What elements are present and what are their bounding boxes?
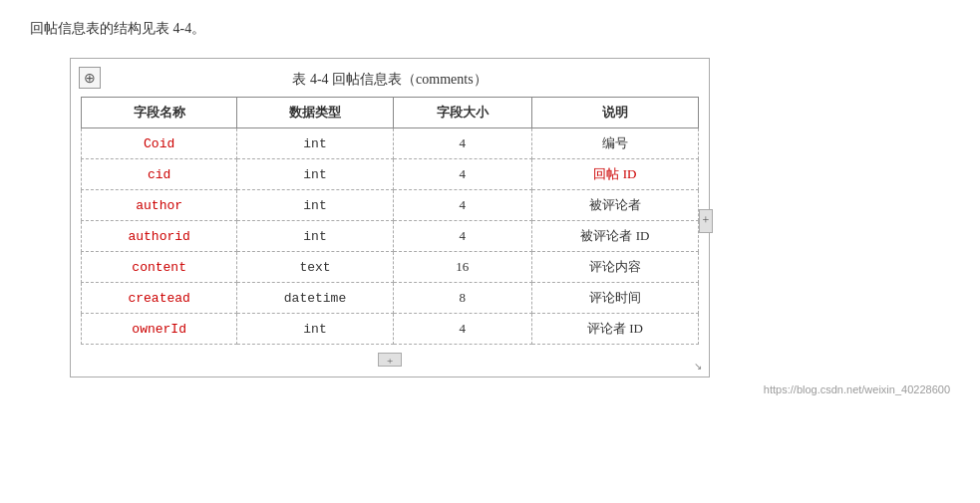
- cell-field-name: createad: [82, 283, 237, 314]
- col-header-size: 字段大小: [393, 98, 531, 128]
- cell-field-type: int: [237, 221, 393, 252]
- cell-field-desc: 被评论者 ID: [531, 221, 698, 252]
- table-row: authorint4被评论者: [82, 190, 699, 221]
- cell-field-name: ownerId: [82, 314, 237, 345]
- cell-field-size: 8: [393, 283, 531, 314]
- resize-icon[interactable]: ↘: [691, 359, 705, 373]
- table-container: ⊕ 表 4-4 回帖信息表（comments） 字段名称 数据类型 字段大小 说…: [70, 58, 710, 377]
- cell-field-desc: 评论时间: [531, 283, 698, 314]
- add-row-button[interactable]: +: [378, 353, 402, 367]
- table-row: cidint4回帖 ID: [82, 159, 699, 190]
- col-header-field: 字段名称: [82, 98, 237, 128]
- cell-field-name: authorid: [82, 221, 237, 252]
- cell-field-desc: 回帖 ID: [531, 159, 698, 190]
- cell-field-size: 4: [393, 159, 531, 190]
- cell-field-type: int: [237, 128, 393, 159]
- cell-field-name: content: [82, 252, 237, 283]
- cell-field-type: text: [237, 252, 393, 283]
- cell-field-name: cid: [82, 159, 237, 190]
- col-header-desc: 说明: [531, 98, 698, 128]
- table-header-row: 字段名称 数据类型 字段大小 说明: [82, 98, 699, 128]
- table-row: authoridint4被评论者 ID: [82, 221, 699, 252]
- table-row: createaddatetime8评论时间: [82, 283, 699, 314]
- cell-field-name: Coid: [82, 128, 237, 159]
- cell-field-desc: 评论者 ID: [531, 314, 698, 345]
- move-icon[interactable]: ⊕: [79, 67, 101, 89]
- table-title: 表 4-4 回帖信息表（comments）: [81, 71, 699, 89]
- cell-field-size: 4: [393, 221, 531, 252]
- col-header-type: 数据类型: [237, 98, 393, 128]
- cell-field-desc: 被评论者: [531, 190, 698, 221]
- table-row: ownerIdint4评论者 ID: [82, 314, 699, 345]
- cell-field-size: 4: [393, 314, 531, 345]
- cell-field-type: datetime: [237, 283, 393, 314]
- cell-field-name: author: [82, 190, 237, 221]
- table-outer-wrapper: ⊕ 表 4-4 回帖信息表（comments） 字段名称 数据类型 字段大小 说…: [30, 58, 950, 395]
- intro-text: 回帖信息表的结构见表 4-4。: [30, 20, 950, 38]
- table-row: contenttext16评论内容: [82, 252, 699, 283]
- data-table: 字段名称 数据类型 字段大小 说明 Coidint4编号cidint4回帖 ID…: [81, 97, 699, 345]
- expand-right-button[interactable]: +: [699, 209, 713, 233]
- table-row: Coidint4编号: [82, 128, 699, 159]
- cell-field-type: int: [237, 190, 393, 221]
- cell-field-size: 4: [393, 190, 531, 221]
- cell-field-desc: 编号: [531, 128, 698, 159]
- watermark-text: https://blog.csdn.net/weixin_40228600: [30, 383, 950, 395]
- cell-field-type: int: [237, 159, 393, 190]
- cell-field-desc: 评论内容: [531, 252, 698, 283]
- cell-field-type: int: [237, 314, 393, 345]
- cell-field-size: 16: [393, 252, 531, 283]
- cell-field-size: 4: [393, 128, 531, 159]
